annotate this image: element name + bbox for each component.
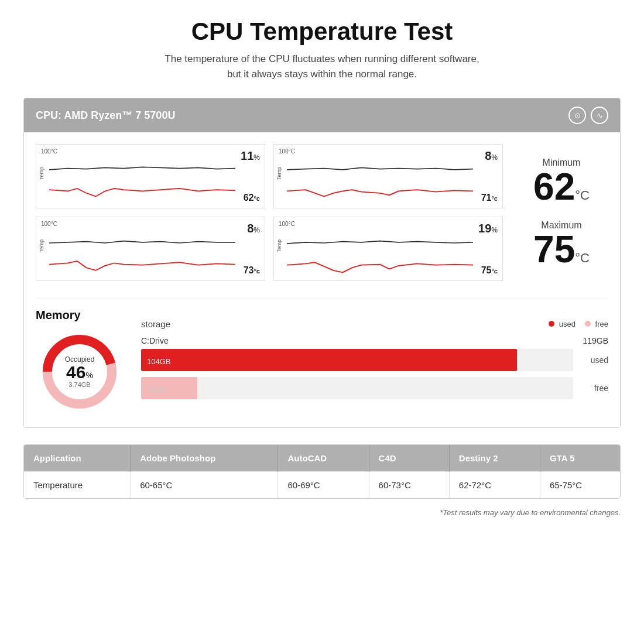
chart1-svg (49, 156, 235, 203)
footnote: *Test results may vary due to environmen… (23, 508, 621, 517)
charts-area: 100°C Temp 11% 62°c 100° (36, 144, 608, 281)
chart3-percent: 8% (247, 222, 260, 235)
chart1-temp-label: Temp (39, 167, 44, 180)
header-icons: ⊙ ∿ (568, 107, 608, 124)
temp-gta: 65-75°C (540, 472, 620, 499)
storage-header: storage used free (141, 319, 608, 329)
legend-free-dot (585, 321, 591, 327)
memory-title: Memory (36, 309, 124, 322)
chart2-temp: 71°c (481, 193, 498, 203)
chart-box-3: 100°C Temp 8% 73°c (36, 217, 265, 281)
chart4-temp-label: Temp (276, 239, 282, 252)
used-type-label: used (579, 355, 608, 365)
legend-free: free (585, 320, 608, 328)
used-bar-fill (141, 349, 517, 371)
col-c4d: C4D (369, 445, 449, 472)
drive-label: C:Drive (141, 336, 169, 345)
memory-section: Memory Occupied 46% 3.74GB (36, 299, 608, 416)
donut-percent: 46% (66, 362, 93, 382)
minimum-stat: Minimum 62°C (515, 157, 608, 205)
table-section: Application Adobe Photoshop AutoCAD C4D … (23, 444, 621, 499)
chart2-percent: 8% (485, 149, 498, 163)
drive-size: 119GB (583, 336, 608, 345)
storage-section: storage used free C:Drive 119 (141, 319, 608, 405)
table-header-row: Application Adobe Photoshop AutoCAD C4D … (24, 445, 620, 472)
results-table: Application Adobe Photoshop AutoCAD C4D … (24, 445, 620, 498)
col-autocad: AutoCAD (278, 445, 369, 472)
temp-destiny: 62-72°C (449, 472, 540, 499)
donut-gb: 3.74GB (65, 381, 95, 388)
drive-row: C:Drive 119GB (141, 336, 608, 345)
temp-c4d: 60-73°C (369, 472, 449, 499)
waveform-icon[interactable]: ∿ (591, 107, 608, 124)
free-bar-wrapper: 15GB (141, 377, 573, 399)
free-bar-value: 15GB (147, 382, 166, 395)
chart2-svg (287, 156, 473, 203)
chart3-temp: 73°c (244, 265, 260, 276)
legend-used: used (549, 320, 576, 328)
col-gta: GTA 5 (540, 445, 620, 472)
table-row: Temperature 60-65°C 60-69°C 60-73°C 62-7… (24, 472, 620, 499)
chart3-temp-label: Temp (39, 239, 44, 252)
donut-chart: Occupied 46% 3.74GB (36, 328, 124, 416)
row-label: Temperature (24, 472, 131, 499)
cpu-panel: CPU: AMD Ryzen™ 7 5700U ⊙ ∿ 100°C Temp 1… (23, 98, 621, 428)
chart-box-1: 100°C Temp 11% 62°c (36, 144, 265, 208)
chart4-percent: 19% (478, 222, 498, 235)
free-bar-row: 15GB free (141, 377, 608, 399)
chart1-100-label: 100°C (41, 148, 57, 155)
minimum-value: 62°C (515, 168, 608, 205)
chart3-svg (49, 229, 235, 276)
used-bar-wrapper: 104GB (141, 349, 573, 371)
storage-legend: used free (549, 320, 608, 328)
used-bar-row: 104GB used (141, 349, 608, 371)
col-photoshop: Adobe Photoshop (131, 445, 278, 472)
used-bar-value: 104GB (147, 354, 171, 367)
col-application: Application (24, 445, 131, 472)
temp-autocad: 60-69°C (278, 472, 369, 499)
chart2-100-label: 100°C (279, 148, 295, 155)
panel-body: 100°C Temp 11% 62°c 100° (24, 132, 620, 427)
charts-grid: 100°C Temp 11% 62°c 100° (36, 144, 503, 281)
maximum-value: 75°C (515, 231, 608, 268)
cpu-model-title: CPU: AMD Ryzen™ 7 5700U (36, 109, 175, 122)
chart4-svg (287, 229, 473, 276)
stats-column: Minimum 62°C Maximum 75°C (515, 144, 608, 281)
page-title: CPU Temperature Test (191, 18, 453, 46)
chart-box-4: 100°C Temp 19% 75°c (273, 217, 503, 281)
speedometer-icon[interactable]: ⊙ (568, 107, 586, 124)
legend-used-dot (549, 321, 554, 327)
temp-photoshop: 60-65°C (131, 472, 278, 499)
chart3-100-label: 100°C (41, 221, 57, 227)
chart1-temp: 62°c (244, 193, 260, 203)
chart1-percent: 11% (241, 149, 260, 163)
memory-left: Memory Occupied 46% 3.74GB (36, 309, 124, 416)
storage-label: storage (141, 319, 170, 329)
free-type-label: free (579, 383, 608, 393)
maximum-stat: Maximum 75°C (515, 220, 608, 268)
chart-box-2: 100°C Temp 8% 71°c (273, 144, 503, 208)
col-destiny: Destiny 2 (449, 445, 540, 472)
chart4-100-label: 100°C (279, 221, 295, 227)
page-subtitle: The temperature of the CPU fluctuates wh… (165, 52, 479, 81)
chart4-temp: 75°c (481, 265, 498, 276)
donut-center-text: Occupied 46% 3.74GB (65, 355, 95, 388)
panel-header: CPU: AMD Ryzen™ 7 5700U ⊙ ∿ (24, 98, 620, 132)
chart2-temp-label: Temp (276, 167, 282, 180)
